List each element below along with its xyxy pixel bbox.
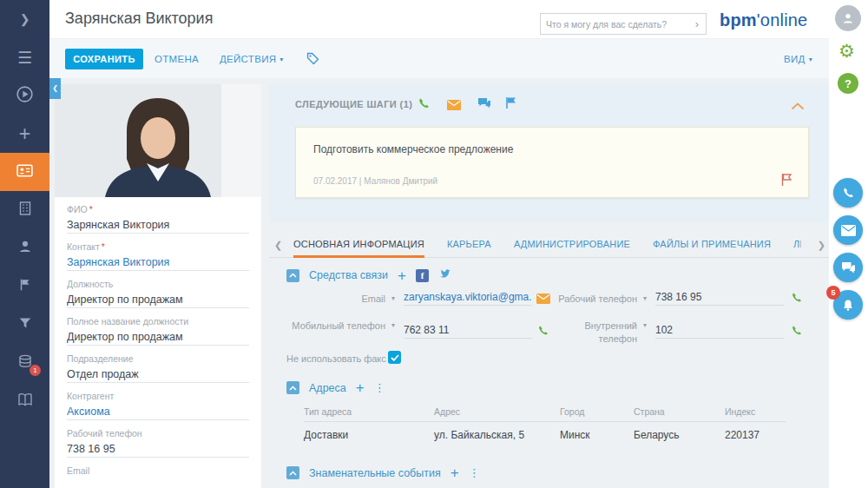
field-value[interactable]: Директор по продажам <box>67 331 249 346</box>
field-value[interactable] <box>67 480 249 488</box>
contact-photo[interactable] <box>55 84 261 197</box>
save-button[interactable]: СОХРАНИТЬ <box>65 49 143 69</box>
panel-collapse-tab[interactable]: ❮ <box>49 76 61 99</box>
mobile-phone-comm-value[interactable]: 762 83 11 <box>404 324 532 339</box>
sidebar-item-accounts[interactable] <box>0 191 49 229</box>
search-submit-icon[interactable]: › <box>688 17 706 30</box>
add-communication-icon[interactable]: + <box>398 268 406 283</box>
field-label: Подразделение <box>67 353 249 364</box>
call-work-phone-icon[interactable] <box>790 291 803 307</box>
tab-career[interactable]: КАРЬЕРА <box>447 233 491 258</box>
field-value[interactable]: Отдел продаж <box>67 368 249 383</box>
field-value-link[interactable]: Аксиома <box>67 406 249 420</box>
section-collapse-icon[interactable] <box>286 466 299 479</box>
facebook-icon[interactable]: f <box>416 269 429 282</box>
column-header: Город <box>560 406 584 417</box>
work-phone-comm-value[interactable]: 738 16 95 <box>655 291 784 306</box>
tab-administration[interactable]: АДМИНИСТРИРОВАНИЕ <box>514 233 630 258</box>
cancel-button[interactable]: ОТМЕНА <box>155 49 199 69</box>
addresses-menu-icon[interactable]: ⋮ <box>374 381 385 394</box>
bpmonline-logo: bpm'online <box>720 10 807 30</box>
actions-menu-button[interactable]: ДЕЙСТВИЯ▾ <box>220 49 284 69</box>
add-event-icon[interactable]: + <box>450 465 459 480</box>
chevron-right-icon: ❯ <box>20 13 30 25</box>
section-collapse-icon[interactable] <box>286 269 299 282</box>
add-call-icon[interactable] <box>417 96 431 114</box>
field-value[interactable]: 738 16 95 <box>67 443 249 458</box>
addresses-section-header: Адреса + ⋮ <box>286 380 385 395</box>
sidebar-item-person[interactable] <box>0 229 49 267</box>
sidebar-item-contacts[interactable] <box>0 153 49 191</box>
mobile-phone-comm-label[interactable]: Мобильный телефон▾ <box>278 320 395 333</box>
field-label: Рабочий телефон <box>67 428 249 439</box>
add-chat-icon[interactable] <box>477 97 491 113</box>
top-header: Зарянская Виктория › bpm'online <box>49 0 829 39</box>
call-fab-button[interactable] <box>833 178 863 208</box>
view-menu-button[interactable]: ВИД▾ <box>784 49 812 69</box>
events-menu-icon[interactable]: ⋮ <box>469 466 480 479</box>
notifications-fab-button[interactable]: 5 <box>833 290 863 320</box>
user-avatar[interactable] <box>835 5 861 31</box>
call-internal-phone-icon[interactable] <box>790 324 803 340</box>
sidebar-item-add[interactable]: + <box>0 115 49 153</box>
task-subject: Подготовить коммерческое предложение <box>313 143 513 155</box>
contact-profile-panel: ФИО* Зарянская Виктория Контакт* Зарянск… <box>55 84 261 488</box>
field-value[interactable]: Зарянская Виктория <box>67 219 249 234</box>
add-address-icon[interactable]: + <box>356 380 365 395</box>
profile-fields: ФИО* Зарянская Виктория Контакт* Зарянск… <box>55 197 261 488</box>
add-email-icon[interactable] <box>447 98 461 114</box>
add-task-flag-icon[interactable] <box>505 96 517 113</box>
fax-checkbox[interactable] <box>388 351 401 364</box>
right-utility-rail: ⚙ ? 5 <box>829 0 868 488</box>
fax-checkbox-label: Не использовать факс <box>286 353 386 366</box>
field-department: Подразделение Отдел продаж <box>67 346 249 384</box>
plus-icon: + <box>19 124 30 144</box>
page-title: Зарянская Виктория <box>65 10 213 28</box>
tabs-scroll-left-icon[interactable]: ❮ <box>274 240 282 251</box>
sidebar-item-knowledge-base[interactable] <box>0 382 49 420</box>
column-header: Страна <box>634 406 665 417</box>
field-label: Полное название должности <box>67 316 249 326</box>
sidebar-item-activities[interactable] <box>0 267 49 306</box>
search-input[interactable] <box>541 19 688 30</box>
chevron-down-icon: ▾ <box>279 56 283 63</box>
internal-phone-comm-value[interactable]: 102 <box>655 324 784 339</box>
chat-fab-button[interactable] <box>833 253 863 282</box>
email-fab-button[interactable] <box>833 215 863 245</box>
task-card[interactable]: Подготовить коммерческое предложение 07.… <box>295 127 809 198</box>
section-collapse-icon[interactable] <box>286 381 299 394</box>
record-toolbar: СОХРАНИТЬ ОТМЕНА ДЕЙСТВИЯ▾ ВИД▾ <box>49 39 829 78</box>
tabs-scroll-right-icon[interactable]: ❯ <box>818 240 825 251</box>
chevron-down-icon: ▾ <box>809 56 812 63</box>
sidebar-item-sales[interactable] <box>0 306 49 344</box>
internal-phone-comm-label[interactable]: Внутренний телефон▾ <box>556 320 647 346</box>
collapse-panel-icon[interactable] <box>791 98 805 114</box>
sidebar-item-finance[interactable]: 1 <box>0 344 49 382</box>
chevron-down-icon: ▾ <box>643 294 647 304</box>
sidebar-item-process[interactable] <box>0 76 49 115</box>
field-value[interactable]: Директор по продажам <box>67 293 249 308</box>
settings-gear-icon[interactable]: ⚙ <box>838 42 855 60</box>
sidebar-expand-button[interactable]: ❯ <box>0 0 49 38</box>
email-comm-value[interactable]: zaryanskaya.viktoria@gma... <box>404 291 532 306</box>
twitter-icon[interactable] <box>438 267 452 283</box>
sidebar-menu-button[interactable]: ☰ <box>0 38 49 76</box>
tab-feed[interactable]: ЛЕНТА <box>793 233 801 258</box>
tab-files-notes[interactable]: ФАЙЛЫ И ПРИМЕЧАНИЯ <box>653 233 771 258</box>
country-cell: Беларусь <box>634 429 679 441</box>
field-value-link[interactable]: Зарянская Виктория <box>67 256 249 271</box>
work-phone-comm-label[interactable]: Рабочий телефон▾ <box>556 293 647 306</box>
tag-icon[interactable] <box>306 51 320 69</box>
call-mobile-phone-icon[interactable] <box>536 324 549 340</box>
record-tabs: ❮ ОСНОВНАЯ ИНФОРМАЦИЯ КАРЬЕРА АДМИНИСТРИ… <box>269 233 829 258</box>
chevron-down-icon: ▾ <box>391 294 395 304</box>
notification-count-badge: 5 <box>826 286 840 300</box>
email-comm-label[interactable]: Email▾ <box>278 293 395 306</box>
next-steps-title: СЛЕДУЮЩИЕ ШАГИ (1) <box>295 99 412 109</box>
help-icon[interactable]: ? <box>838 73 858 94</box>
task-flag-icon[interactable] <box>780 173 792 190</box>
send-email-icon[interactable] <box>536 292 550 307</box>
field-full-job-title: Полное название должности Директор по пр… <box>67 309 249 346</box>
tab-main-info[interactable]: ОСНОВНАЯ ИНФОРМАЦИЯ <box>293 233 424 258</box>
column-header: Адрес <box>434 406 460 417</box>
